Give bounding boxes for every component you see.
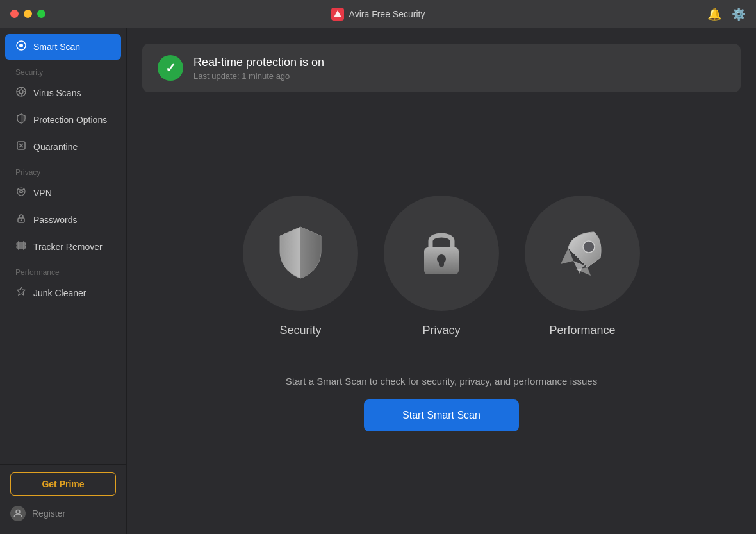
window-controls [10, 10, 45, 18]
cards-row: Security [243, 196, 640, 337]
privacy-card-label: Privacy [422, 324, 460, 337]
lock-icon [419, 226, 464, 280]
security-card-label: Security [279, 324, 321, 337]
shield-icon [275, 224, 326, 282]
svg-point-11 [19, 191, 23, 193]
smart-scan-label: Smart Scan [33, 42, 80, 52]
sidebar-item-vpn[interactable]: VPN [5, 180, 121, 206]
main-content: ✓ Real-time protection is on Last update… [127, 28, 756, 534]
sidebar: Smart Scan Security Virus Scans [0, 28, 127, 534]
svg-rect-15 [17, 246, 26, 248]
register-label: Register [32, 508, 65, 519]
titlebar-actions: 🔔 ⚙️ [707, 7, 746, 21]
app-title: Avira Free Security [331, 8, 425, 21]
privacy-circle [384, 196, 499, 311]
smart-scan-icon [15, 40, 27, 53]
sidebar-item-virus-scans[interactable]: Virus Scans [5, 80, 121, 106]
virus-scans-icon [15, 87, 27, 99]
performance-section-label: Performance [0, 260, 126, 280]
svg-point-3 [19, 90, 23, 94]
svg-rect-21 [439, 259, 444, 267]
svg-point-18 [16, 510, 20, 514]
protection-options-icon [15, 113, 27, 126]
maximize-dot[interactable] [37, 10, 45, 18]
sidebar-item-quarantine[interactable]: Quarantine [5, 134, 121, 160]
status-subtitle: Last update: 1 minute ago [193, 71, 324, 81]
security-section-label: Security [0, 60, 126, 79]
sidebar-item-tracker-remover[interactable]: Tracker Remover [5, 234, 121, 260]
status-text: Real-time protection is on Last update: … [193, 56, 324, 81]
sidebar-bottom: Get Prime Register [0, 464, 126, 534]
svg-rect-14 [17, 243, 26, 245]
security-circle [243, 196, 358, 311]
passwords-label: Passwords [33, 215, 77, 225]
settings-icon[interactable]: ⚙️ [732, 7, 746, 21]
sidebar-item-passwords[interactable]: Passwords [5, 207, 121, 233]
protection-options-label: Protection Options [33, 115, 107, 125]
junk-cleaner-label: Junk Cleaner [33, 288, 86, 298]
quarantine-icon [15, 140, 27, 153]
status-title: Real-time protection is on [193, 56, 324, 69]
passwords-icon [15, 213, 27, 226]
start-smart-scan-button[interactable]: Start Smart Scan [364, 399, 519, 431]
app-layout: Smart Scan Security Virus Scans [0, 28, 756, 534]
sidebar-item-smart-scan[interactable]: Smart Scan [5, 34, 121, 60]
junk-cleaner-icon [15, 287, 27, 299]
privacy-card[interactable]: Privacy [384, 196, 499, 337]
privacy-section-label: Privacy [0, 160, 126, 179]
performance-circle [525, 196, 640, 311]
register-avatar-icon [10, 506, 26, 521]
virus-scans-label: Virus Scans [33, 88, 81, 98]
register-item[interactable]: Register [10, 503, 116, 524]
svg-point-13 [21, 219, 22, 221]
security-card[interactable]: Security [243, 196, 358, 337]
svg-point-1 [19, 44, 23, 47]
performance-card-label: Performance [549, 324, 615, 337]
performance-card[interactable]: Performance [525, 196, 640, 337]
app-title-text: Avira Free Security [349, 9, 425, 19]
tracker-remover-icon [15, 240, 27, 253]
cta-text: Start a Smart Scan to check for security… [286, 376, 597, 387]
titlebar: Avira Free Security 🔔 ⚙️ [0, 0, 756, 28]
check-icon: ✓ [165, 60, 176, 76]
cards-area: Security [142, 108, 741, 519]
cta-section: Start a Smart Scan to check for security… [286, 376, 597, 431]
avira-logo [331, 8, 344, 21]
vpn-icon [15, 187, 27, 199]
sidebar-item-junk-cleaner[interactable]: Junk Cleaner [5, 280, 121, 306]
close-dot[interactable] [10, 10, 19, 18]
get-prime-button[interactable]: Get Prime [10, 472, 116, 496]
vpn-label: VPN [33, 188, 52, 198]
status-banner: ✓ Real-time protection is on Last update… [142, 44, 741, 92]
minimize-dot[interactable] [24, 10, 32, 18]
tracker-remover-label: Tracker Remover [33, 242, 103, 252]
status-icon: ✓ [158, 55, 183, 81]
rocket-icon [555, 226, 610, 280]
quarantine-label: Quarantine [33, 142, 78, 152]
svg-point-22 [583, 241, 595, 253]
sidebar-item-protection-options[interactable]: Protection Options [5, 107, 121, 133]
notification-icon[interactable]: 🔔 [707, 7, 721, 21]
